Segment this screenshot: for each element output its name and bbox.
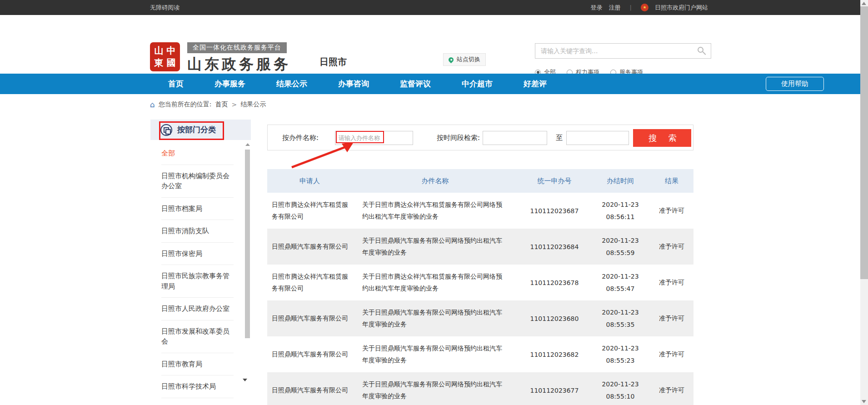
cell-result: 准予许可 — [650, 386, 693, 395]
result-search-form: 按办件名称: 按时间段检索: 至 搜 索 — [267, 125, 693, 150]
breadcrumb-separator: > — [232, 101, 237, 108]
department-item[interactable]: 日照市民族宗教事务管理局 — [161, 265, 234, 298]
nav-item[interactable]: 办事服务 — [199, 74, 261, 94]
to-label: 至 — [556, 125, 563, 151]
item-name-input[interactable] — [335, 131, 413, 145]
breadcrumb-home-link[interactable]: 首页 — [215, 100, 228, 109]
scroll-up-icon[interactable] — [245, 143, 250, 146]
register-link[interactable]: 注册 — [609, 4, 621, 12]
department-item[interactable]: 日照市科学技术局 — [161, 375, 234, 398]
department-item[interactable]: 日照市教育局 — [161, 353, 234, 376]
sidebar-title: 按部门分类 — [177, 125, 216, 135]
cell-result: 准予许可 — [650, 279, 693, 287]
department-item[interactable]: 日照市机构编制委员会办公室 — [161, 165, 234, 198]
table-header-row: 申请人 办件名称 统一申办号 办结时间 结果 — [267, 169, 693, 193]
cell-serial: 110112023677 — [518, 387, 591, 394]
topbar-divider: | — [630, 4, 632, 11]
sidebar-scrollbar[interactable] — [245, 143, 250, 398]
cell-finish-time: 2020-11-23 08:55:10 — [591, 378, 650, 402]
department-list: 全部 日照市机构编制委员会办公室 日照市档案局 日照市消防支队 日照市保密局 日… — [150, 140, 251, 405]
home-icon: ⌂ — [150, 101, 155, 109]
cell-applicant: 日照鼎顺汽车服务有限公司 — [267, 380, 352, 401]
department-category-icon — [160, 124, 172, 136]
table-row: 日照市腾达众祥汽车租赁服务有限公司 关于日照市腾达众祥汽车租赁服务有限公司网络预… — [267, 265, 693, 300]
cell-finish-time: 2020-11-23 08:55:47 — [591, 270, 650, 295]
table-row: 日照鼎顺汽车服务有限公司 关于日照鼎顺汽车服务有限公司网络预约出租汽车年度审验的… — [267, 300, 693, 336]
cell-finish-time: 2020-11-23 08:55:59 — [591, 235, 650, 259]
department-item[interactable]: 日照市档案局 — [161, 198, 234, 220]
breadcrumb: ⌂ 您当前所在的位置: 首页 > 结果公示 — [150, 99, 266, 110]
date-from-input[interactable] — [483, 131, 547, 145]
site-header: 山 中 東 國 全国一体化在线政务服务平台 山东政务服务 日照市 站点切换 全部… — [0, 15, 860, 74]
site-logo: 全国一体化在线政务服务平台 山东政务服务 — [187, 42, 291, 75]
nav-item[interactable]: 办事咨询 — [323, 74, 384, 94]
cell-result: 准予许可 — [650, 207, 693, 215]
cell-item-name: 关于日照市腾达众祥汽车租赁服务有限公司网络预约出租汽车年度审验的业务 — [352, 266, 518, 299]
col-serial: 统一申办号 — [518, 177, 591, 185]
keyword-search-input[interactable] — [535, 44, 711, 58]
department-item[interactable]: 日照市工业和信息化 — [161, 398, 234, 405]
cell-serial: 110112023684 — [518, 243, 591, 250]
site-switch-button[interactable]: 站点切换 — [443, 53, 486, 66]
cell-applicant: 日照鼎顺汽车服务有限公司 — [267, 308, 352, 329]
page: 无障碍阅读 登录 注册 | 日照市政府门户网站 山 中 東 國 全国一体化在线政… — [0, 0, 868, 405]
search-button[interactable]: 搜 索 — [633, 129, 691, 147]
cell-result: 准予许可 — [650, 243, 693, 251]
cell-result: 准予许可 — [650, 350, 693, 359]
department-item[interactable]: 日照市人民政府办公室 — [161, 298, 234, 320]
table-body: 日照市腾达众祥汽车租赁服务有限公司 关于日照市腾达众祥汽车租赁服务有限公司网络预… — [267, 193, 693, 405]
nav-item[interactable]: 结果公示 — [261, 74, 323, 94]
portal-link[interactable]: 日照市政府门户网站 — [655, 4, 708, 12]
col-finish-time: 办结时间 — [591, 177, 650, 185]
nav-item[interactable]: 监督评议 — [384, 74, 446, 94]
cell-applicant: 日照市腾达众祥汽车租赁服务有限公司 — [267, 195, 352, 227]
sidebar-header: 按部门分类 — [150, 120, 251, 140]
department-item[interactable]: 日照市发展和改革委员会 — [161, 320, 234, 353]
cell-item-name: 关于日照市腾达众祥汽车租赁服务有限公司网络预约出租汽车年度审验的业务 — [352, 195, 518, 227]
city-name: 日照市 — [319, 56, 347, 68]
cell-item-name: 关于日照鼎顺汽车服务有限公司网络预约出租汽车年度审验的业务 — [352, 230, 518, 263]
keyword-search-box — [535, 43, 711, 59]
cell-applicant: 日照鼎顺汽车服务有限公司 — [267, 236, 352, 257]
expand-caret-icon[interactable] — [243, 379, 247, 381]
sidebar-scroll-thumb[interactable] — [245, 150, 250, 338]
breadcrumb-current: 结果公示 — [240, 100, 266, 109]
department-item[interactable]: 日照市消防支队 — [161, 220, 234, 243]
page-scrollbar[interactable] — [860, 0, 868, 405]
main-navigation: 首页 办事服务 结果公示 办事咨询 监督评议 中介超市 好差评 — [0, 74, 860, 94]
cell-serial: 110112023682 — [518, 351, 591, 358]
date-to-input[interactable] — [566, 131, 629, 145]
col-result: 结果 — [650, 177, 693, 185]
scrollbar-down-icon[interactable] — [862, 400, 866, 403]
cell-serial: 110112023678 — [518, 279, 591, 286]
table-row: 日照鼎顺汽车服务有限公司 关于日照鼎顺汽车服务有限公司网络预约出租汽车年度审验的… — [267, 336, 693, 372]
scrollbar-up-icon[interactable] — [862, 2, 866, 5]
page-scroll-thumb[interactable] — [860, 6, 868, 279]
accessibility-link[interactable]: 无障碍阅读 — [150, 4, 180, 12]
shandong-seal-logo: 山 中 東 國 — [150, 42, 180, 71]
login-link[interactable]: 登录 — [591, 4, 603, 12]
search-icon[interactable] — [698, 47, 703, 53]
cell-finish-time: 2020-11-23 08:56:11 — [591, 199, 650, 223]
nav-item[interactable]: 首页 — [153, 74, 199, 94]
cell-finish-time: 2020-11-23 08:55:35 — [591, 306, 650, 330]
cell-item-name: 关于日照鼎顺汽车服务有限公司网络预约出租汽车年度审验的业务 — [352, 374, 518, 405]
help-button[interactable]: 使用帮助 — [766, 77, 824, 91]
department-item[interactable]: 全部 — [161, 142, 234, 165]
cell-item-name: 关于日照鼎顺汽车服务有限公司网络预约出租汽车年度审验的业务 — [352, 338, 518, 371]
nav-item[interactable]: 中介超市 — [446, 74, 508, 94]
table-row: 日照鼎顺汽车服务有限公司 关于日照鼎顺汽车服务有限公司网络预约出租汽车年度审验的… — [267, 372, 693, 405]
cell-serial: 110112023687 — [518, 207, 591, 215]
results-main: 按办件名称: 按时间段检索: 至 搜 索 申请人 办件名称 统一申办号 办结时间… — [267, 125, 693, 405]
nav-item[interactable]: 好差评 — [508, 74, 562, 94]
brand-title: 山东政务服务 — [187, 55, 291, 75]
table-row: 日照市腾达众祥汽车租赁服务有限公司 关于日照市腾达众祥汽车租赁服务有限公司网络预… — [267, 193, 693, 229]
col-applicant: 申请人 — [267, 177, 352, 185]
cell-applicant: 日照市腾达众祥汽车租赁服务有限公司 — [267, 266, 352, 299]
national-emblem-icon — [641, 4, 649, 11]
department-item[interactable]: 日照市保密局 — [161, 243, 234, 265]
cell-item-name: 关于日照鼎顺汽车服务有限公司网络预约出租汽车年度审验的业务 — [352, 302, 518, 335]
cell-finish-time: 2020-11-23 08:55:23 — [591, 342, 650, 366]
name-filter-label: 按办件名称: — [282, 125, 319, 151]
col-item-name: 办件名称 — [352, 177, 518, 185]
